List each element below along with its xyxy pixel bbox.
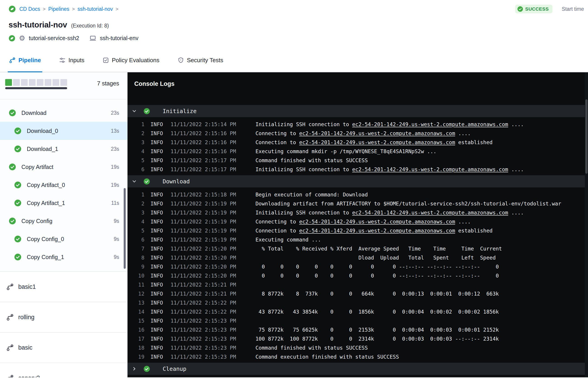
chevron-right-icon[interactable] [132,366,137,371]
stage-row-copy-config[interactable]: Copy Config9s [0,212,127,230]
status-badge: SUCCESS [515,5,552,13]
pipeline-icon [6,374,14,378]
log-level: INFO [150,199,164,208]
log-link[interactable]: ec2-54-201-142-249.us-west-2.compute.ama… [352,122,508,127]
console-scrollbar[interactable] [585,72,588,377]
log-level: INFO [150,334,164,343]
log-link[interactable]: ec2-54-201-142-249.us-west-2.compute.ama… [299,130,455,136]
stage-row-download-0[interactable]: Download_013s [0,122,127,140]
breadcrumb-link-cd-docs[interactable]: CD Docs [19,6,40,12]
log-text: .... [455,130,471,136]
tab-policy-evaluations[interactable]: Policy Evaluations [103,48,160,72]
environment-name[interactable]: ssh-tutorial-env [100,35,138,41]
log-timestamp: 11/11/2022 2:15:19 PM [171,217,239,226]
log-message: Initializing SSH connection to ec2-54-20… [255,208,524,217]
pipeline-label: canary2 [18,375,40,378]
log-link[interactable]: ec2-54-201-142-249.us-west-2.compute.ama… [299,139,455,145]
log-line: 7INFO11/11/2022 2:15:20 PM % Total % Rec… [128,244,588,253]
header: CD Docs > Pipelines > ssh-tutorial-nov >… [0,0,588,72]
log-line-number: 5 [128,156,144,165]
stage-row-download-1[interactable]: Download_123s [0,140,127,158]
log-line: 12INFO11/11/2022 2:15:21 PM 8 8772k 8 73… [128,289,588,298]
log-level: INFO [150,165,164,174]
service-name[interactable]: tutorial-service-ssh2 [29,35,79,41]
log-line: 9INFO11/11/2022 2:15:20 PM 0 0 0 0 0 0 0… [128,262,588,271]
breadcrumb-link-pipeline-name[interactable]: ssh-tutorial-nov [78,6,113,12]
stage-row-copy-artifact-0[interactable]: Copy Artifact_019s [0,176,127,194]
stage-row-copy-config-0[interactable]: Copy Config_09s [0,230,127,248]
log-section-initialize[interactable]: Initialize [128,105,588,117]
log-message: Downloading artifact from ARTIFACTORY to… [255,199,561,208]
log-level: INFO [150,129,164,138]
tab-pipeline[interactable]: Pipeline [9,48,41,72]
log-link[interactable]: ec2-54-201-142-249.us-west-2.compute.ama… [299,228,455,234]
pipeline-item-basic[interactable]: basic [0,332,127,363]
title-row: ssh-tutorial-nov (Execution Id: 8) [0,18,588,29]
tab-security-tests[interactable]: Security Tests [177,48,223,72]
stage-progress-scrollbar[interactable] [5,87,67,89]
stages-sidebar: 7 stages Download23sDownload_013sDownloa… [0,72,128,377]
stage-label: Download_0 [27,128,58,134]
stage-row-copy-config-1[interactable]: Copy Config_19s [0,248,127,266]
log-timestamp: 11/11/2022 2:15:19 PM [171,226,239,235]
log-timestamp: 11/11/2022 2:15:23 PM [171,325,239,334]
main-content: 7 stages Download23sDownload_013sDownloa… [0,72,588,377]
checkbox-icon [103,57,109,64]
log-text: Command finished with status SUCCESS [255,158,368,163]
log-link[interactable]: ec2-54-201-142-249.us-west-2.compute.ama… [352,166,508,172]
stage-duration: 9s [114,236,119,242]
log-timestamp: 11/11/2022 2:15:21 PM [171,289,239,298]
sidebar-scrollbar[interactable] [124,188,126,269]
log-line-number: 15 [128,316,144,325]
log-message: Command execution finished with status S… [255,352,399,361]
log-section-cleanup[interactable]: Cleanup [128,363,588,375]
log-message: 100 8772k 100 8772k 0 0 2314k 0 0:00:03 … [255,334,499,343]
stage-count: 7 stages [97,79,119,99]
pipeline-label: basic [18,344,32,351]
chevron-down-icon[interactable] [132,108,137,114]
stage-duration: 23s [111,110,119,116]
log-level: INFO [150,190,164,199]
stage-row-copy-artifact-1[interactable]: Copy Artifact_111s [0,194,127,212]
stage-row-download[interactable]: Download23s [0,104,127,122]
success-check-icon [9,163,16,170]
log-text: 100 8772k 100 8772k 0 0 2314k 0 0:00:03 … [255,336,499,342]
stage-duration: 23s [111,146,119,152]
tab-inputs[interactable]: Inputs [59,48,84,72]
log-line-number: 14 [128,307,144,316]
breadcrumb-separator: > [72,6,75,12]
success-check-icon [9,109,16,116]
log-section-title: Cleanup [163,366,186,372]
log-timestamp: 11/11/2022 2:15:22 PM [171,307,239,316]
log-text: Downloading artifact from ARTIFACTORY to… [255,201,561,207]
log-message: Connecting to ec2-54-201-142-249.us-west… [255,129,471,138]
stage-row-copy-artifact[interactable]: Copy Artifact19s [0,158,127,176]
pipeline-item-rolling[interactable]: rolling [0,302,127,332]
pipeline-item-basic1[interactable]: basic1 [0,271,127,302]
log-line-number: 10 [128,271,144,280]
pipeline-item-canary2[interactable]: canary2 [0,363,127,377]
chevron-down-icon[interactable] [132,179,137,184]
breadcrumb-separator: > [116,6,118,12]
log-timestamp: 11/11/2022 2:15:19 PM [171,208,239,217]
page-title: ssh-tutorial-nov [9,20,67,29]
console-scrollbar-thumb[interactable] [585,99,588,174]
page: CD Docs > Pipelines > ssh-tutorial-nov >… [0,0,588,378]
log-line: 18INFO11/11/2022 2:15:23 PMCommand finis… [128,343,588,352]
log-line-number: 1 [128,120,144,129]
log-line: 10INFO11/11/2022 2:15:20 PM 0 0 0 0 0 0 … [128,271,588,280]
breadcrumb-link-pipelines[interactable]: Pipelines [48,6,69,12]
log-level: INFO [150,156,164,165]
log-text: established [455,228,493,234]
log-section-download[interactable]: Download [128,175,588,188]
log-text: Initializing SSH connection to [255,122,352,127]
stage-label: Download [21,110,46,116]
log-link[interactable]: ec2-54-201-142-249.us-west-2.compute.ama… [352,210,508,216]
success-check-icon [144,178,150,185]
log-link[interactable]: ec2-54-201-142-249.us-west-2.compute.ama… [299,219,455,225]
stage-label: Copy Config_1 [27,254,64,260]
log-line-number: 4 [128,217,144,226]
log-timestamp: 11/11/2022 2:15:20 PM [171,253,239,262]
log-level: INFO [150,208,164,217]
stage-duration: 19s [111,164,119,170]
